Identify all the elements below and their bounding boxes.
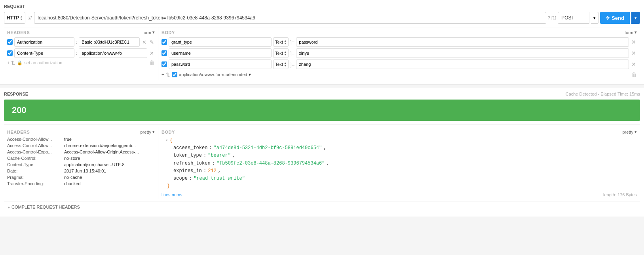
resp-header-key: Access-Control-Allow... [7, 137, 63, 142]
body-1-key[interactable] [169, 37, 272, 47]
resp-header-val: true [64, 137, 155, 142]
auth-label[interactable]: set an authorization [24, 60, 62, 65]
response-headers-panel: HEADERS pretty ▾ Access-Control-Allow...… [4, 127, 158, 199]
resp-header-val: 2017 Jun 13 15:40:01 [64, 169, 155, 173]
resp-headers-format-chevron: ▾ [152, 129, 155, 134]
resp-headers-format[interactable]: pretty ▾ [140, 129, 155, 134]
sort-icon: ⇅ [11, 60, 15, 66]
resp-header-item: Content-Type: application/json;charset=U… [7, 162, 155, 167]
header-colon: : [76, 39, 77, 45]
resp-body-format[interactable]: pretty ▾ [622, 129, 637, 134]
body-3-checkbox[interactable] [161, 61, 167, 67]
resp-headers-label: HEADERS [7, 130, 30, 134]
cache-info: Cache Detected - Elapsed Time: 15ms [566, 92, 640, 96]
body-3-close[interactable]: ✕ [631, 61, 637, 67]
body-plus-icon[interactable]: + [161, 72, 164, 77]
resp-header-item: Access-Control-Expo... Access-Control-Al… [7, 150, 155, 154]
json-line: refresh_token : "fb509fc2-03e8-448a-8268… [165, 160, 637, 167]
resp-body-label: BODY [161, 130, 175, 134]
body-1-type-select[interactable]: Text ▲▼ [273, 37, 289, 47]
collapse-icon[interactable]: ▾ [165, 137, 168, 144]
body-2-value[interactable] [296, 48, 629, 58]
header-1-value[interactable] [79, 37, 140, 47]
body-row: Text ▲▼ ]= ✕ [161, 37, 637, 47]
response-section: RESPONSE Cache Detected - Elapsed Time: … [0, 88, 644, 217]
body-3-type-select[interactable]: Text ▲▼ [273, 59, 289, 69]
resp-body-format-chevron: ▾ [635, 129, 637, 134]
body-label: BODY [161, 30, 175, 35]
protocol-select[interactable]: HTTP ▲▼ [4, 12, 25, 24]
header-1-key[interactable] [14, 37, 74, 47]
body-3-type-label: Text [275, 62, 283, 67]
body-1-close[interactable]: ✕ [631, 39, 637, 45]
resp-header-val: no-store [64, 156, 155, 161]
resp-header-key: Access-Control-Allow... [7, 143, 63, 148]
send-label: Send [612, 15, 624, 21]
body-1-type-label: Text [275, 40, 283, 44]
body-2-key[interactable] [169, 48, 272, 58]
request-title: REQUEST [4, 4, 640, 9]
body-format-label: form [625, 30, 633, 35]
body-format-selector[interactable]: form ▾ [625, 30, 637, 35]
body-add-row: + ⇅ application/x-www-form-urlencoded ▾ … [161, 71, 637, 78]
resp-header-val: Access-Control-Allow-Origin,Access-... [64, 150, 155, 154]
add-header-row[interactable]: + ⇅ 🔒 set an authorization 🗑 [7, 59, 155, 66]
resp-header-key: Date: [7, 169, 63, 173]
resp-header-item: Cache-Control: no-store [7, 156, 155, 161]
body-3-value[interactable] [296, 59, 629, 69]
method-select[interactable]: POST [558, 12, 589, 24]
headers-format-chevron: ▾ [152, 30, 155, 35]
resp-header-val: application/json;charset=UTF-8 [64, 162, 155, 167]
query-count: ? [1] [548, 15, 556, 20]
body-2-type-select[interactable]: Text ▲▼ [273, 48, 289, 58]
header-1-delete[interactable]: ✕ [141, 39, 147, 45]
request-section: REQUEST HTTP ▲▼ :// ? [1] POST ▾ ✈ Send … [0, 0, 644, 84]
resp-header-key: Pragma: [7, 175, 63, 180]
header-2-value[interactable] [79, 48, 147, 58]
body-row: Text ▲▼ ]= ✕ [161, 59, 637, 69]
body-format-chevron: ▾ [635, 30, 637, 35]
header-2-delete[interactable]: ✕ [149, 50, 155, 56]
resp-header-key: Access-Control-Expo... [7, 150, 63, 154]
lines-nums-link[interactable]: lines nums [161, 192, 182, 197]
send-button[interactable]: ✈ Send [600, 12, 630, 24]
send-dropdown-button[interactable]: ▾ [631, 12, 640, 24]
body-2-close[interactable]: ✕ [631, 50, 637, 56]
resp-header-item: Transfer-Encoding: chunked [7, 181, 155, 186]
body-type-arrows: ▲▼ [284, 61, 287, 67]
response-header-row: RESPONSE Cache Detected - Elapsed Time: … [4, 92, 640, 96]
header-1-edit[interactable]: ✎ [149, 39, 155, 45]
body-3-key[interactable] [169, 59, 272, 69]
json-line: expires_in : 212, [165, 167, 637, 175]
encoding-checkbox[interactable] [172, 72, 177, 77]
json-line: scope : "read trust write" [165, 175, 637, 182]
method-label: POST [561, 15, 574, 21]
resp-headers-format-label: pretty [140, 130, 151, 134]
resp-header-key: Content-Type: [7, 162, 63, 167]
plus-icon: + [7, 60, 9, 65]
headers-format-selector[interactable]: form ▾ [142, 30, 155, 35]
resp-header-val: no-cache [64, 175, 155, 180]
chevron-right-icon: ▸ [8, 205, 10, 209]
resp-header-item: Pragma: no-cache [7, 175, 155, 180]
header-1-checkbox[interactable] [7, 39, 13, 45]
status-bar: 200 [4, 100, 640, 121]
method-dropdown-button[interactable]: ▾ [591, 12, 598, 24]
resp-header-val: chrome-extension://aejoelaoggemb... [64, 143, 155, 148]
response-body-panel: BODY pretty ▾ ▾{ access_token : "a474de8… [158, 127, 640, 199]
body-1-checkbox[interactable] [161, 39, 167, 45]
resp-header-val: chunked [64, 181, 155, 186]
complete-request-headers[interactable]: ▸ COMPLETE REQUEST HEADERS [4, 201, 640, 213]
url-input[interactable] [34, 12, 546, 24]
header-2-checkbox[interactable] [7, 50, 13, 56]
headers-label: HEADERS [7, 30, 30, 35]
headers-panel-header: HEADERS form ▾ [7, 30, 155, 35]
body-eq: ]= [290, 61, 294, 67]
body-row: Text ▲▼ ]= ✕ [161, 48, 637, 58]
body-eq: ]= [290, 39, 294, 45]
body-1-value[interactable] [296, 37, 629, 47]
request-body-panel: BODY form ▾ Text ▲▼ ]= ✕ [158, 27, 640, 80]
header-2-key[interactable] [14, 48, 74, 58]
body-2-checkbox[interactable] [161, 50, 167, 56]
encoding-dropdown-chevron[interactable]: ▾ [249, 72, 251, 77]
